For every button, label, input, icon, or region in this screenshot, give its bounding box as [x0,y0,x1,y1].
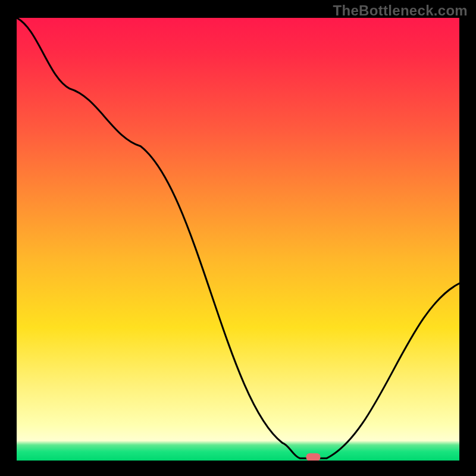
plot-area [17,18,459,461]
watermark-text: TheBottleneck.com [333,2,468,19]
svg-rect-0 [306,453,320,461]
optimum-marker [17,18,459,461]
chart-frame: TheBottleneck.com [0,0,476,476]
